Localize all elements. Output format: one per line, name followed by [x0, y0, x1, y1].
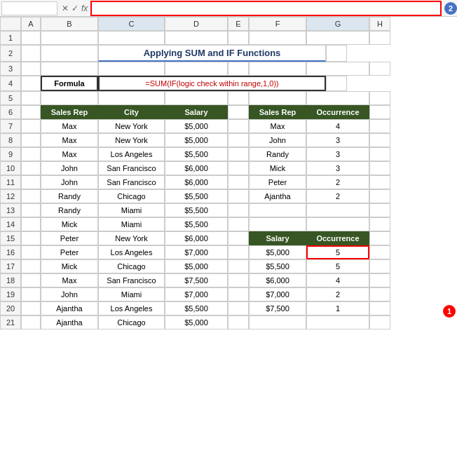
cell-g3[interactable] [306, 62, 369, 76]
cell-c19[interactable]: Miami [98, 287, 165, 301]
cell-c9[interactable]: Los Angeles [98, 147, 165, 161]
cell-h8[interactable] [369, 133, 390, 147]
cell-d9[interactable]: $5,500 [165, 147, 228, 161]
cell-d8[interactable]: $5,000 [165, 133, 228, 147]
cell-b2[interactable] [41, 45, 98, 62]
cell-g16[interactable]: 5 [306, 245, 369, 259]
cell-h18[interactable] [369, 273, 390, 287]
cell-d11[interactable]: $6,000 [165, 175, 228, 189]
cell-d1[interactable] [165, 31, 228, 45]
cell-b15[interactable]: Peter [41, 231, 98, 245]
cell-f17[interactable]: $5,500 [249, 259, 306, 273]
cell-d6-header[interactable]: Salary [165, 105, 228, 119]
cell-e6[interactable] [228, 105, 249, 119]
cell-a20[interactable] [21, 301, 41, 315]
cell-h7[interactable] [369, 119, 390, 133]
cell-c1[interactable] [98, 31, 165, 45]
cell-c6-header[interactable]: City [98, 105, 165, 119]
cell-g20[interactable]: 1 [306, 301, 369, 315]
cell-e20[interactable] [228, 301, 249, 315]
cancel-icon[interactable]: ✕ [62, 4, 69, 13]
cell-g18[interactable]: 4 [306, 273, 369, 287]
cell-b21[interactable]: Ajantha [41, 315, 98, 329]
cell-g13[interactable] [306, 203, 369, 217]
cell-g9[interactable]: 3 [306, 147, 369, 161]
cell-h10[interactable] [369, 161, 390, 175]
cell-h20[interactable] [369, 301, 390, 315]
cell-g15-header[interactable]: Occurrence [306, 231, 369, 245]
cell-g8[interactable]: 3 [306, 133, 369, 147]
cell-a16[interactable] [21, 245, 41, 259]
cell-d16[interactable]: $7,000 [165, 245, 228, 259]
col-header-d[interactable]: D [165, 17, 228, 31]
cell-d21[interactable]: $5,000 [165, 315, 228, 329]
cell-a6[interactable] [21, 105, 41, 119]
col-header-e[interactable]: E [228, 17, 249, 31]
cell-b13[interactable]: Randy [41, 203, 98, 217]
cell-g6-header[interactable]: Occurrence [306, 105, 369, 119]
cell-e12[interactable] [228, 189, 249, 203]
formula-input[interactable]: {=SUM(IF($D$7:$D$23=F16,1,0))} [90, 1, 442, 16]
cell-b10[interactable]: John [41, 161, 98, 175]
col-header-g[interactable]: G [306, 17, 369, 31]
cell-e5[interactable] [228, 91, 249, 105]
cell-f15-header[interactable]: Salary [249, 231, 306, 245]
cell-g12[interactable]: 2 [306, 189, 369, 203]
cell-h5[interactable] [369, 91, 390, 105]
cell-a14[interactable] [21, 217, 41, 231]
cell-f6-header[interactable]: Sales Rep [249, 105, 306, 119]
cell-d15[interactable]: $6,000 [165, 231, 228, 245]
cell-f20[interactable]: $7,500 [249, 301, 306, 315]
cell-d3[interactable] [165, 62, 228, 76]
cell-f19[interactable]: $7,000 [249, 287, 306, 301]
cell-d5[interactable] [165, 91, 228, 105]
cell-f3[interactable] [249, 62, 306, 76]
cell-c11[interactable]: San Francisco [98, 175, 165, 189]
cell-a3[interactable] [21, 62, 41, 76]
cell-c20[interactable]: Los Angeles [98, 301, 165, 315]
cell-e17[interactable] [228, 259, 249, 273]
cell-a18[interactable] [21, 273, 41, 287]
cell-b4-label[interactable]: Formula [41, 76, 98, 91]
cell-h6[interactable] [369, 105, 390, 119]
cell-f21[interactable] [249, 315, 306, 329]
cell-c7[interactable]: New York [98, 119, 165, 133]
cell-a8[interactable] [21, 133, 41, 147]
cell-c21[interactable]: Chicago [98, 315, 165, 329]
cell-a17[interactable] [21, 259, 41, 273]
cell-d20[interactable]: $5,500 [165, 301, 228, 315]
cell-f9[interactable]: Randy [249, 147, 306, 161]
confirm-icon[interactable]: ✓ [71, 4, 79, 13]
cell-c15[interactable]: New York [98, 231, 165, 245]
cell-e18[interactable] [228, 273, 249, 287]
cell-f8[interactable]: John [249, 133, 306, 147]
cell-b3[interactable] [41, 62, 98, 76]
cell-d13[interactable]: $5,500 [165, 203, 228, 217]
cell-e9[interactable] [228, 147, 249, 161]
cell-a1[interactable] [21, 31, 41, 45]
cell-e8[interactable] [228, 133, 249, 147]
name-box[interactable]: G16 [1, 1, 57, 15]
cell-e13[interactable] [228, 203, 249, 217]
cell-c5[interactable] [98, 91, 165, 105]
cell-e15[interactable] [228, 231, 249, 245]
cell-e16[interactable] [228, 245, 249, 259]
cell-b5[interactable] [41, 91, 98, 105]
cell-b6-header[interactable]: Sales Rep [41, 105, 98, 119]
cell-h15[interactable] [369, 231, 390, 245]
cell-g7[interactable]: 4 [306, 119, 369, 133]
cell-h4[interactable] [326, 76, 347, 91]
cell-b7[interactable]: Max [41, 119, 98, 133]
insert-function-icon[interactable]: fx [81, 4, 88, 13]
cell-h1[interactable] [369, 31, 390, 45]
cell-a21[interactable] [21, 315, 41, 329]
cell-a7[interactable] [21, 119, 41, 133]
cell-c2-title[interactable]: Applying SUM and IF Functions [98, 45, 326, 62]
cell-b20[interactable]: Ajantha [41, 301, 98, 315]
cell-f18[interactable]: $6,000 [249, 273, 306, 287]
cell-g11[interactable]: 2 [306, 175, 369, 189]
cell-b11[interactable]: John [41, 175, 98, 189]
col-header-c[interactable]: C [98, 17, 165, 31]
cell-b19[interactable]: John [41, 287, 98, 301]
cell-b16[interactable]: Peter [41, 245, 98, 259]
